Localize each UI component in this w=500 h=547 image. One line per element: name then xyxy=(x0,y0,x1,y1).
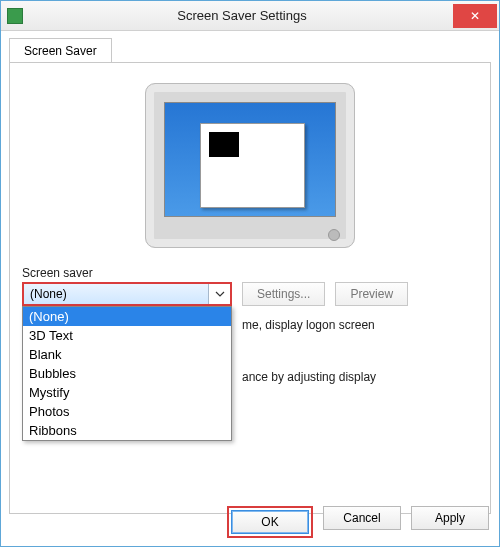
window-title: Screen Saver Settings xyxy=(31,8,453,23)
resume-text-fragment: me, display logon screen xyxy=(242,318,478,332)
monitor-graphic xyxy=(145,83,355,248)
ok-highlight: OK xyxy=(227,506,313,538)
monitor-screen xyxy=(164,102,336,217)
close-button[interactable]: ✕ xyxy=(453,4,497,28)
screensaver-dropdown[interactable]: (None) xyxy=(22,282,232,306)
option-photos[interactable]: Photos xyxy=(23,402,231,421)
app-icon xyxy=(7,8,23,24)
screensaver-combo-wrap: (None) (None) 3D Text Blank Bubbles Myst… xyxy=(22,282,232,306)
preview-button[interactable]: Preview xyxy=(335,282,408,306)
screensaver-selected-value: (None) xyxy=(30,287,67,301)
screensaver-dropdown-list[interactable]: (None) 3D Text Blank Bubbles Mystify Pho… xyxy=(22,306,232,441)
ok-button[interactable]: OK xyxy=(231,510,309,534)
apply-button[interactable]: Apply xyxy=(411,506,489,530)
dialog-footer: OK Cancel Apply xyxy=(227,506,489,538)
monitor-power-led xyxy=(328,229,340,241)
option-blank[interactable]: Blank xyxy=(23,345,231,364)
preview-dialog xyxy=(200,123,305,208)
close-icon: ✕ xyxy=(470,9,480,23)
tab-screen-saver[interactable]: Screen Saver xyxy=(9,38,112,63)
tab-strip: Screen Saver xyxy=(1,31,499,62)
option-3d-text[interactable]: 3D Text xyxy=(23,326,231,345)
screensaver-group-label: Screen saver xyxy=(22,266,478,280)
dropdown-caret[interactable] xyxy=(208,284,230,304)
option-ribbons[interactable]: Ribbons xyxy=(23,421,231,440)
option-mystify[interactable]: Mystify xyxy=(23,383,231,402)
screensaver-controls-row: (None) (None) 3D Text Blank Bubbles Myst… xyxy=(22,282,478,306)
option-none[interactable]: (None) xyxy=(23,307,231,326)
screensaver-preview xyxy=(22,83,478,248)
settings-button[interactable]: Settings... xyxy=(242,282,325,306)
power-text-fragment: ance by adjusting display xyxy=(242,370,478,384)
chevron-down-icon xyxy=(215,289,225,299)
preview-dialog-thumbnail xyxy=(209,132,239,157)
cancel-button[interactable]: Cancel xyxy=(323,506,401,530)
screen-saver-settings-window: Screen Saver Settings ✕ Screen Saver Scr… xyxy=(0,0,500,547)
option-bubbles[interactable]: Bubbles xyxy=(23,364,231,383)
tab-panel: Screen saver (None) (None) 3D Text Blank… xyxy=(9,62,491,514)
titlebar: Screen Saver Settings ✕ xyxy=(1,1,499,31)
